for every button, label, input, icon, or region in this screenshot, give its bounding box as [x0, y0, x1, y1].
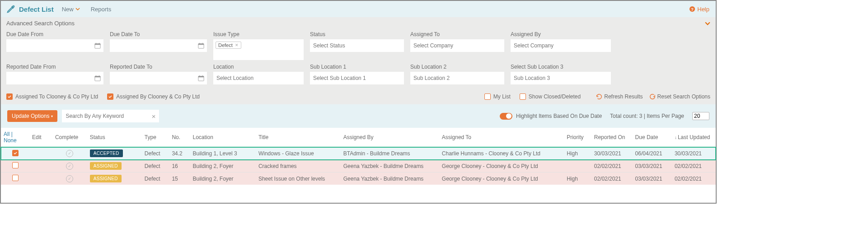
page-title: Defect List	[19, 5, 54, 13]
show-closed-check[interactable]: Show Closed/Deleted	[520, 93, 581, 100]
row-checkbox[interactable]	[12, 162, 19, 168]
issue-type-tag[interactable]: Defect✕	[216, 42, 241, 49]
location-input[interactable]	[213, 72, 304, 84]
items-per-page-input[interactable]	[692, 112, 709, 120]
cell-location: Building 1, Level 3	[190, 147, 255, 160]
col-assigned-to[interactable]: Assigned To	[439, 128, 564, 147]
svg-rect-7	[198, 44, 204, 45]
calendar-icon[interactable]	[198, 42, 204, 49]
cell-title: Windows - Glaze Issue	[256, 147, 341, 160]
keyword-search-input[interactable]: ×	[62, 110, 159, 122]
checkbox-empty-icon	[484, 93, 491, 100]
due-from-label: Due Date From	[6, 31, 103, 37]
col-priority[interactable]: Priority	[564, 128, 591, 147]
sub3-input[interactable]	[511, 72, 611, 84]
cell-reported-on: 30/03/2021	[591, 147, 633, 160]
row-checkbox[interactable]	[12, 175, 19, 181]
assigned-by-input[interactable]	[511, 39, 611, 52]
cell-no: 34.2	[169, 147, 190, 160]
row-checkbox[interactable]	[12, 150, 19, 156]
col-no[interactable]: No.	[169, 128, 190, 147]
cell-due-date: 03/03/2021	[633, 172, 672, 185]
cell-title: Cracked frames	[256, 160, 341, 172]
reported-from-input[interactable]	[6, 72, 103, 84]
due-from-input[interactable]	[6, 39, 103, 52]
cell-reported-on: 02/02/2021	[591, 172, 633, 185]
checkbox-checked-icon	[107, 93, 113, 100]
cell-last-updated: 02/02/2021	[672, 172, 716, 185]
col-title[interactable]: Title	[256, 128, 341, 147]
due-to-input[interactable]	[110, 39, 207, 52]
reset-search-link[interactable]: Reset Search Options	[649, 93, 710, 100]
cell-no: 15	[169, 172, 190, 185]
update-options-button[interactable]: Update Options ▾	[7, 110, 57, 122]
cell-last-updated: 02/02/2021	[672, 160, 716, 172]
sub1-input[interactable]	[310, 72, 404, 84]
close-icon[interactable]: ✕	[235, 43, 239, 47]
col-reported-on[interactable]: Reported On	[591, 128, 633, 147]
highlight-label: Highlight Items Based On Due Date	[516, 113, 602, 119]
status-badge: ACCEPTED	[90, 149, 123, 157]
assigned-by-label: Assigned By	[511, 31, 611, 37]
cell-type: Defect	[142, 160, 169, 172]
issue-type-input[interactable]: Defect✕	[213, 39, 304, 60]
issue-type-label: Issue Type	[213, 31, 304, 37]
col-complete[interactable]: Complete	[52, 128, 87, 147]
cell-assigned-by: BTAdmin - Buildme Dreams	[341, 147, 439, 160]
calendar-icon[interactable]	[94, 75, 101, 81]
status-badge: ASSIGNED	[90, 162, 122, 170]
col-type[interactable]: Type	[142, 128, 169, 147]
refresh-icon	[596, 93, 602, 100]
reported-to-input[interactable]	[110, 72, 207, 84]
refresh-results-link[interactable]: Refresh Results	[596, 93, 643, 100]
cell-no: 16	[169, 160, 190, 172]
cell-assigned-to: George Clooney - Clooney & Co Pty Ltd	[439, 172, 564, 185]
svg-rect-15	[198, 76, 204, 78]
help-link[interactable]: ? Help	[689, 6, 709, 13]
sub3-label: Select Sub Location 3	[511, 64, 611, 70]
assigned-to-input[interactable]	[410, 39, 504, 52]
sort-desc-icon: ↓	[675, 135, 677, 140]
new-button[interactable]: New	[62, 6, 80, 13]
col-assigned-by[interactable]: Assigned By	[341, 128, 439, 147]
col-last-updated[interactable]: ↓Last Updated	[672, 128, 716, 147]
col-location[interactable]: Location	[190, 128, 255, 147]
cell-last-updated: 30/03/2021	[672, 147, 716, 160]
complete-icon[interactable]: ✓	[66, 150, 73, 157]
highlight-toggle[interactable]	[500, 113, 512, 120]
col-select[interactable]: All | None	[1, 128, 29, 147]
complete-icon[interactable]: ✓	[66, 175, 73, 182]
checkbox-checked-icon	[6, 93, 13, 100]
caret-down-icon: ▾	[51, 114, 53, 118]
my-list-check[interactable]: My List	[484, 93, 511, 100]
status-input[interactable]	[310, 39, 404, 52]
reports-button[interactable]: Reports	[91, 6, 112, 13]
cell-location: Building 2, Foyer	[190, 160, 255, 172]
assigned-to-me-check[interactable]: Assigned To Clooney & Co Pty Ltd	[6, 93, 98, 100]
table-row[interactable]: ✓ ASSIGNED Defect 16 Building 2, Foyer C…	[1, 160, 716, 172]
cell-assigned-to: Charlie Hunnams - Clooney & Co Pty Ltd	[439, 147, 564, 160]
svg-rect-11	[95, 76, 100, 78]
assigned-by-me-check[interactable]: Assigned By Clooney & Co Pty Ltd	[107, 93, 200, 100]
reported-from-label: Reported Date From	[6, 64, 103, 70]
calendar-icon[interactable]	[94, 42, 101, 49]
cell-type: Defect	[142, 172, 169, 185]
assigned-to-label: Assigned To	[410, 31, 504, 37]
cell-assigned-to: George Clooney - Clooney & Co Pty Ltd	[439, 160, 564, 172]
chevron-down-icon	[705, 21, 710, 26]
calendar-icon[interactable]	[198, 75, 204, 81]
col-status[interactable]: Status	[87, 128, 142, 147]
complete-icon[interactable]: ✓	[66, 163, 73, 170]
advanced-search-header[interactable]: Advanced Search Options	[1, 17, 716, 29]
cell-priority	[564, 160, 591, 172]
table-row[interactable]: ✓ ASSIGNED Defect 15 Building 2, Foyer S…	[1, 172, 716, 185]
cell-reported-on: 02/02/2021	[591, 160, 633, 172]
col-due-date[interactable]: Due Date	[633, 128, 672, 147]
reset-icon	[649, 93, 656, 100]
clear-search-icon[interactable]: ×	[152, 112, 156, 120]
cell-title: Sheet Issue on Other levels	[256, 172, 341, 185]
table-row[interactable]: ✓ ACCEPTED Defect 34.2 Building 1, Level…	[1, 147, 716, 160]
col-edit[interactable]: Edit	[29, 128, 52, 147]
cell-type: Defect	[142, 147, 169, 160]
sub2-input[interactable]	[410, 72, 504, 84]
